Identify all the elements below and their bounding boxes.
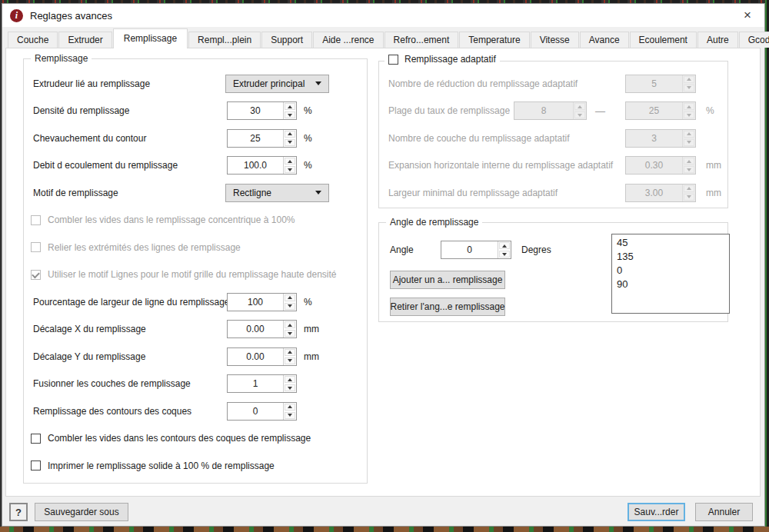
spin-buttons [682, 102, 695, 119]
arrow-up-icon [687, 78, 691, 81]
close-icon[interactable]: × [731, 4, 764, 27]
spin-value[interactable]: 25 [228, 130, 283, 147]
spin-down-button [574, 111, 585, 118]
infill-offsety-spinbox[interactable]: 0.00 [227, 347, 297, 366]
spin-down-button[interactable] [285, 166, 295, 173]
save-button[interactable]: Sauv...rder [628, 503, 685, 521]
spin-down-button[interactable] [285, 412, 295, 419]
help-button[interactable]: ? [9, 503, 28, 521]
infill-combine-spinbox[interactable]: 1 [227, 374, 297, 393]
infill-flow-spinbox[interactable]: 100.0 [227, 156, 297, 175]
infill-overlap-spinbox[interactable]: 25 [227, 129, 297, 148]
spin-value[interactable]: 0.00 [228, 348, 283, 365]
angle-listbox[interactable]: 45 135 0 90 [611, 234, 730, 314]
spin-buttons [283, 403, 296, 420]
tab-aide-rence[interactable]: Aide ...rence [313, 32, 383, 48]
arrow-down-icon [687, 86, 691, 89]
tab-support[interactable]: Support [261, 32, 312, 48]
tab-temperature[interactable]: Temperature [459, 32, 529, 48]
spin-value[interactable]: 100.0 [228, 157, 283, 174]
tab-extruder[interactable]: Extruder [58, 32, 112, 48]
angle-list-item[interactable]: 0 [612, 264, 729, 278]
arrow-down-icon [288, 359, 292, 362]
spin-up-button[interactable] [285, 349, 295, 356]
arrow-down-icon [578, 114, 582, 117]
spin-value: 25 [626, 102, 682, 119]
spin-up-button[interactable] [285, 376, 295, 383]
spin-buttons [283, 157, 296, 174]
infill-extruder-label: Extrudeur lié au remplissage [33, 78, 150, 89]
spin-buttons [283, 348, 296, 365]
infill-density-spinbox[interactable]: 30 [227, 101, 297, 120]
spin-down-button[interactable] [285, 111, 295, 118]
tab-ecoulement[interactable]: Ecoulement [630, 32, 697, 48]
angle-spinbox[interactable]: 0 [441, 241, 511, 259]
adaptive-range-label: Plage du taux de remplissage [388, 105, 510, 116]
spin-up-button[interactable] [285, 103, 295, 110]
infill-offsetx-row: Décalage X du remplissage 0.00 mm [24, 316, 367, 344]
spin-value[interactable]: 100 [228, 294, 283, 311]
connect-ends-checkbox[interactable] [31, 242, 41, 252]
spin-buttons [573, 102, 586, 119]
adaptive-infill-groupbox: Remplissage adaptatif Nombre de réductio… [378, 61, 728, 208]
spin-value[interactable]: 0.00 [228, 321, 283, 337]
tab-avance[interactable]: Avance [580, 32, 629, 48]
infill-extruder-dropdown[interactable]: Extruder principal [225, 75, 329, 93]
infill-shell-spinbox[interactable]: 0 [227, 402, 297, 421]
infill-linewidth-spinbox[interactable]: 100 [227, 293, 297, 311]
infill-offsety-label: Décalage Y du remplissage [33, 351, 145, 362]
spin-down-button[interactable] [285, 303, 295, 310]
tab-rempl-plein[interactable]: Rempl...plein [188, 32, 261, 48]
spin-value[interactable]: 0 [441, 241, 498, 258]
spin-down-button [684, 111, 694, 118]
advanced-settings-dialog: i Reglages avances × Couche Extruder Rem… [2, 3, 765, 527]
adaptive-infill-checkbox[interactable] [388, 55, 398, 65]
spin-down-button[interactable] [285, 139, 295, 146]
chevron-down-icon [315, 81, 321, 85]
infill-offsetx-spinbox[interactable]: 0.00 [227, 320, 297, 338]
tab-autre[interactable]: Autre [697, 32, 738, 48]
infill-pattern-dropdown[interactable]: Rectligne [225, 184, 329, 202]
remove-angle-button[interactable]: Retirer l'ang...e remplissage [390, 298, 505, 316]
infill-overlap-row: Chevauchement du contour 25 % [24, 125, 367, 152]
spin-down-button [684, 194, 694, 201]
angle-list-item[interactable]: 135 [612, 250, 729, 264]
spin-value[interactable]: 0 [228, 403, 283, 420]
spin-up-button[interactable] [285, 158, 295, 165]
infill-pattern-value: Rectligne [233, 188, 271, 198]
spin-up-button[interactable] [285, 404, 295, 411]
solid-infill-checkbox[interactable] [31, 461, 41, 470]
tab-refro-ement[interactable]: Refro...ement [384, 32, 459, 48]
angle-list-item[interactable]: 90 [612, 278, 729, 291]
spin-up-button[interactable] [499, 242, 510, 249]
tab-content-panel: Remplissage Extrudeur lié au remplissage… [5, 48, 761, 497]
spin-up-button[interactable] [285, 321, 295, 328]
infill-rows: Extrudeur lié au remplissage Extruder pr… [24, 70, 367, 483]
fill-gaps-checkbox[interactable] [31, 434, 41, 444]
spin-down-button[interactable] [285, 357, 295, 364]
spin-down-button[interactable] [499, 251, 510, 258]
infill-concentric-row: Combler les vides dans le remplissage co… [24, 207, 367, 234]
infill-shell-label: Remplissage des contours des coques [33, 406, 191, 417]
spin-up-button[interactable] [285, 131, 295, 138]
concentric-gaps-checkbox[interactable] [31, 215, 41, 225]
tab-couche[interactable]: Couche [8, 32, 58, 48]
spin-up-button[interactable] [285, 294, 295, 301]
spin-down-button[interactable] [285, 384, 295, 391]
save-as-button[interactable]: Sauvegarder sous [35, 503, 128, 521]
spin-down-button[interactable] [285, 330, 295, 337]
tab-vitesse[interactable]: Vitesse [531, 32, 579, 48]
cancel-button[interactable]: Annuler [695, 503, 753, 521]
spin-value[interactable]: 1 [228, 375, 283, 392]
lines-pattern-checkbox[interactable] [31, 270, 41, 280]
adaptive-reduction-label: Nombre de réduction du remplissage adapt… [388, 78, 578, 89]
tab-remplissage[interactable]: Remplissage [113, 28, 188, 48]
spin-buttons [283, 375, 296, 392]
angle-list-item[interactable]: 45 [612, 236, 729, 250]
spin-value[interactable]: 30 [228, 102, 283, 119]
adaptive-layers-spinbox: 3 [625, 129, 696, 148]
tab-gcode[interactable]: Gcode [739, 32, 769, 48]
infill-group-title: Remplissage [31, 53, 92, 64]
tab-bar: Couche Extruder Remplissage Rempl...plei… [2, 27, 764, 48]
add-angle-button[interactable]: Ajouter un a... remplissage [390, 271, 505, 289]
